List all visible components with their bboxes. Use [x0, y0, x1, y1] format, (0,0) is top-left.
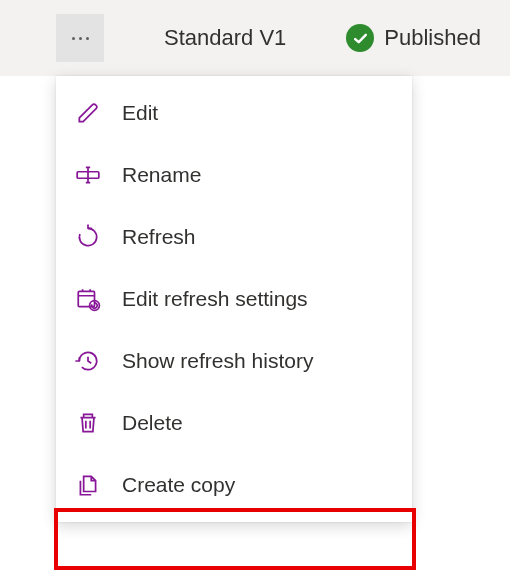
menu-item-show-refresh-history[interactable]: Show refresh history — [56, 330, 412, 392]
svg-rect-1 — [78, 291, 94, 306]
menu-item-label: Edit refresh settings — [122, 287, 308, 311]
more-actions-button[interactable] — [56, 14, 104, 62]
refresh-icon — [74, 223, 102, 251]
menu-item-create-copy[interactable]: Create copy — [56, 454, 412, 516]
copy-icon — [74, 471, 102, 499]
menu-item-label: Rename — [122, 163, 201, 187]
status-badge: Published — [346, 24, 481, 52]
check-circle-icon — [346, 24, 374, 52]
pencil-icon — [74, 99, 102, 127]
status-label: Published — [384, 25, 481, 51]
page-title: Standard V1 — [164, 25, 286, 51]
rename-icon — [74, 161, 102, 189]
menu-item-edit[interactable]: Edit — [56, 82, 412, 144]
menu-item-label: Show refresh history — [122, 349, 313, 373]
menu-item-delete[interactable]: Delete — [56, 392, 412, 454]
menu-item-label: Edit — [122, 101, 158, 125]
menu-item-refresh[interactable]: Refresh — [56, 206, 412, 268]
more-icon — [72, 37, 89, 40]
menu-item-label: Create copy — [122, 473, 235, 497]
header-bar: Standard V1 Published — [0, 0, 510, 76]
menu-item-label: Refresh — [122, 225, 196, 249]
menu-item-rename[interactable]: Rename — [56, 144, 412, 206]
menu-item-label: Delete — [122, 411, 183, 435]
trash-icon — [74, 409, 102, 437]
context-menu: Edit Rename Refresh Edi — [56, 76, 412, 522]
menu-item-edit-refresh-settings[interactable]: Edit refresh settings — [56, 268, 412, 330]
history-icon — [74, 347, 102, 375]
calendar-refresh-icon — [74, 285, 102, 313]
